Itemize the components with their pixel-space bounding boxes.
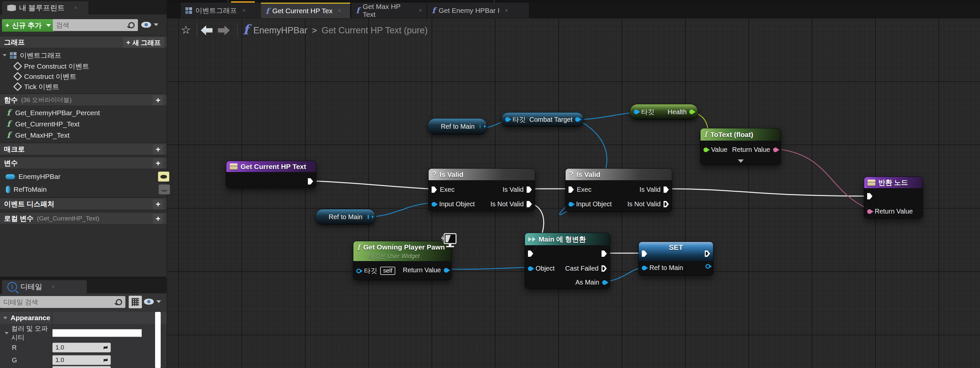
section-variables[interactable]: 변수 + [0, 156, 167, 169]
add-dispatcher-button[interactable]: + [153, 199, 163, 209]
node-return[interactable]: 반환 노드 Return Value [864, 177, 923, 218]
details-tab[interactable]: i 디테일 × [2, 280, 87, 293]
function-item[interactable]: f Get_MaxHP_Text [0, 130, 172, 140]
close-icon[interactable]: × [505, 7, 508, 14]
tree-item-construct[interactable]: Construct 이벤트 [0, 71, 181, 81]
node-get-owning-player-pawn[interactable]: f Get Owning Player Pawn 타깃은 User Widget… [353, 241, 452, 280]
tree-item-pre-construct[interactable]: Pre Construct 이벤트 [0, 61, 181, 71]
plus-icon: + [156, 96, 161, 105]
property-matrix-button[interactable] [129, 296, 142, 308]
variable-item-reftomain[interactable]: RefToMain [0, 183, 173, 195]
is-valid-out-pin[interactable] [527, 186, 532, 193]
tab-get-current-hp-text[interactable]: f Get Current HP Tex × [261, 3, 350, 18]
health-out-pin[interactable] [689, 110, 694, 114]
tab-get-enemy-hpbar[interactable]: f Get Enemy HPBar I × [427, 3, 529, 18]
appearance-section-header[interactable]: Appearance [0, 312, 167, 324]
section-local-variables[interactable]: 로컬 변수 (Get_CurrentHP_Text) + [0, 212, 167, 225]
g-value-input[interactable]: 1.0 [52, 355, 111, 365]
is-valid-out-pin[interactable] [663, 186, 669, 193]
close-icon[interactable]: × [242, 7, 245, 14]
add-local-variable-button[interactable]: + [153, 214, 163, 224]
is-not-valid-out-pin[interactable] [527, 201, 532, 207]
question-icon: ? [569, 170, 573, 179]
node-cast-to-main[interactable]: Main 에 형변환 Object Cast Failed As Main [525, 233, 610, 289]
details-scrollbar[interactable] [155, 312, 161, 368]
section-macros[interactable]: 매크로 + [0, 143, 167, 155]
details-search-input[interactable]: 디테일 검색 [0, 296, 126, 308]
as-main-out-pin[interactable] [602, 280, 607, 285]
node-ref-to-main-getter-low[interactable]: Ref to Main [315, 209, 376, 225]
close-icon[interactable]: × [338, 8, 341, 14]
b-value-input[interactable] [52, 366, 111, 368]
return-value-in-pin[interactable] [867, 209, 872, 214]
close-icon[interactable]: × [51, 284, 55, 290]
tab-event-graph[interactable]: 이벤트그래프 × [181, 3, 261, 18]
expand-arrow-icon[interactable] [738, 159, 744, 163]
return-value-out-pin[interactable] [773, 148, 778, 152]
return-value-out-pin[interactable] [444, 268, 449, 272]
ref-out-pin[interactable] [368, 215, 369, 219]
node-health-getter[interactable]: 타깃 Health [630, 104, 698, 120]
exec-in-pin[interactable] [568, 186, 574, 193]
self-tag[interactable]: self [380, 267, 395, 275]
exec-in-pin[interactable] [431, 186, 437, 193]
exec-out-pin[interactable] [601, 250, 607, 257]
input-object-pin[interactable] [431, 202, 436, 207]
node-function-entry[interactable]: Get Current HP Text [226, 161, 317, 188]
input-object-pin[interactable] [568, 202, 573, 207]
target-in-pin[interactable] [505, 117, 510, 122]
exec-in-pin[interactable] [867, 193, 872, 199]
details-filter-button[interactable] [144, 299, 161, 304]
add-function-button[interactable]: + [153, 96, 163, 105]
tab-get-max-hp-text[interactable]: f Get Max HP Text × [352, 3, 427, 18]
close-icon[interactable]: × [419, 7, 422, 14]
node-combat-target-getter[interactable]: 타깃 Combat Target [501, 112, 584, 127]
visibility-filter-button[interactable] [141, 22, 158, 28]
new-graph-button[interactable]: + 새 그래프 [123, 37, 164, 48]
r-value-input[interactable]: 1.0 [52, 343, 111, 352]
exec-out-pin[interactable] [705, 250, 710, 257]
section-functions[interactable]: 함수 (36 오버라이더블) + [0, 93, 167, 106]
color-swatch[interactable] [52, 329, 142, 337]
is-not-valid-out-pin[interactable] [663, 201, 669, 207]
forward-arrow-icon[interactable] [218, 25, 230, 35]
section-event-dispatchers[interactable]: 이벤트 디스패처 + [0, 198, 167, 210]
expand-triangle-icon[interactable] [3, 54, 6, 56]
target-in-pin[interactable] [356, 269, 361, 273]
value-in-pin[interactable] [703, 148, 708, 152]
function-item[interactable]: f Get_CurrentHP_Text [0, 119, 172, 129]
breadcrumb-asset[interactable]: EnemyHPBar [253, 25, 307, 36]
combat-target-out-pin[interactable] [575, 117, 580, 122]
close-icon[interactable]: × [74, 5, 77, 11]
favorite-star-icon[interactable]: ☆ [181, 23, 191, 36]
object-in-pin[interactable] [528, 266, 533, 271]
variable-hidden-eye-button[interactable] [159, 185, 170, 194]
exec-in-pin[interactable] [642, 250, 647, 257]
back-arrow-icon[interactable] [200, 25, 213, 35]
tree-item-event-graph[interactable]: 이벤트그래프 [0, 50, 169, 61]
node-totext-float[interactable]: f ToText (float) Value Return Value [700, 128, 781, 165]
target-in-pin[interactable] [634, 110, 638, 114]
add-macro-button[interactable]: + [153, 145, 163, 155]
variable-visible-eye-button[interactable] [158, 172, 169, 182]
add-variable-button[interactable]: + [153, 158, 163, 168]
ref-in-pin[interactable] [642, 266, 646, 270]
ref-out-pin[interactable] [480, 124, 480, 129]
node-ref-to-main-getter-top[interactable]: Ref to Main [427, 118, 487, 135]
node-is-valid-1[interactable]: ? Is Valid Exec Is Valid Input Object Is… [428, 168, 535, 211]
node-is-valid-2[interactable]: ? Is Valid Exec Is Valid Input Object Is… [565, 168, 672, 212]
add-new-button[interactable]: + 신규 추가 [2, 19, 54, 32]
cast-failed-out-pin[interactable] [601, 265, 607, 272]
exec-out-pin[interactable] [308, 178, 313, 185]
exec-in-pin[interactable] [528, 250, 533, 257]
ref-out-pin[interactable] [705, 264, 710, 269]
chevron-down-icon [156, 300, 161, 303]
collapse-triangle-icon[interactable] [5, 332, 9, 335]
section-graphs[interactable]: 그래프 + 새 그래프 [0, 36, 167, 48]
tree-item-tick[interactable]: Tick 이벤트 [0, 81, 181, 92]
blueprint-search-input[interactable]: 검색 [53, 19, 138, 31]
my-blueprint-tab[interactable]: 내 블루프린트 × [2, 1, 88, 14]
node-set-ref-to-main[interactable]: SET Ref to Main [638, 242, 713, 276]
variable-item-enemyhpbar[interactable]: EnemyHPBar [0, 170, 172, 183]
function-item[interactable]: f Get_EnemyHPBar_Percent [0, 108, 172, 118]
